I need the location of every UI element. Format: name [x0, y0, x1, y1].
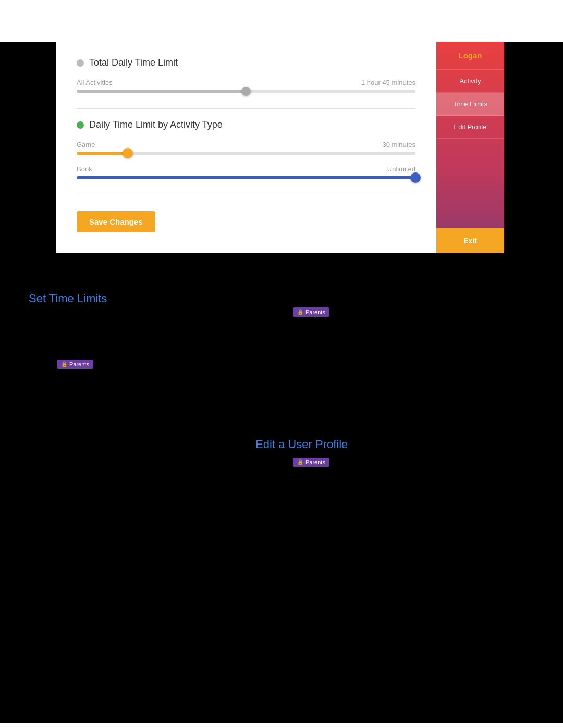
- lock-icon-1: 🔒: [297, 309, 303, 315]
- total-daily-section: Total Daily Time Limit All Activities 1 …: [77, 57, 415, 93]
- book-slider-row: Book Unlimited: [77, 165, 415, 179]
- lock-icon-3: 🔒: [297, 459, 303, 465]
- game-slider[interactable]: [77, 152, 415, 155]
- game-slider-row: Game 30 minutes: [77, 141, 415, 155]
- total-daily-fill: [77, 90, 246, 93]
- footer: Samsung Kids Mode 22 Parental Controls: [0, 723, 563, 728]
- total-daily-indicator: [77, 59, 84, 67]
- divider-2: [77, 195, 415, 195]
- sidebar: Logan Activity Time Limits Edit Profile …: [436, 42, 504, 253]
- header-bar: [0, 21, 563, 42]
- book-label: Book: [77, 165, 92, 173]
- sidebar-item-time-limits[interactable]: Time Limits: [436, 93, 504, 116]
- parents-label-1: Parents: [305, 309, 325, 315]
- daily-by-type-title: Daily Time Limit by Activity Type: [77, 119, 415, 130]
- set-time-limits-title: Set Time Limits: [29, 292, 107, 305]
- top-bar: [0, 0, 563, 21]
- sidebar-item-edit-profile[interactable]: Edit Profile: [436, 116, 504, 139]
- book-fill: [77, 176, 415, 179]
- parents-badge-left[interactable]: 🔒 Parents: [57, 359, 93, 369]
- total-daily-slider-row: All Activities 1 hour 45 minutes: [77, 79, 415, 93]
- game-value: 30 minutes: [382, 141, 415, 149]
- parents-label-2: Parents: [69, 361, 89, 367]
- sidebar-user[interactable]: Logan: [436, 42, 504, 70]
- content-area: Total Daily Time Limit All Activities 1 …: [56, 42, 436, 253]
- book-thumb[interactable]: [410, 172, 421, 183]
- daily-by-type-section: Daily Time Limit by Activity Type Game 3…: [77, 119, 415, 179]
- total-daily-title: Total Daily Time Limit: [77, 57, 415, 68]
- game-thumb[interactable]: [123, 148, 133, 158]
- total-daily-right-label: 1 hour 45 minutes: [361, 79, 415, 87]
- total-daily-label: Total Daily Time Limit: [89, 57, 178, 68]
- divider-1: [77, 108, 415, 109]
- total-daily-thumb[interactable]: [241, 87, 251, 96]
- lock-icon-2: 🔒: [61, 361, 67, 367]
- daily-by-type-indicator: [77, 121, 84, 129]
- edit-user-profile-title: Edit a User Profile: [255, 438, 348, 451]
- total-daily-slider[interactable]: [77, 90, 415, 93]
- save-area: Save Changes: [77, 206, 415, 238]
- save-changes-button[interactable]: Save Changes: [77, 211, 155, 232]
- exit-button[interactable]: Exit: [436, 228, 504, 253]
- book-value: Unlimited: [387, 165, 415, 173]
- game-fill: [77, 152, 128, 155]
- parents-label-3: Parents: [305, 459, 325, 465]
- total-daily-left-label: All Activities: [77, 79, 113, 87]
- parents-badge-top[interactable]: 🔒 Parents: [293, 306, 329, 317]
- parents-badge-edit[interactable]: 🔒 Parents: [293, 456, 329, 467]
- sidebar-item-activity[interactable]: Activity: [436, 70, 504, 93]
- game-label: Game: [77, 141, 95, 149]
- app-panel: Total Daily Time Limit All Activities 1 …: [56, 42, 504, 253]
- book-slider[interactable]: [77, 176, 415, 179]
- daily-by-type-label: Daily Time Limit by Activity Type: [89, 119, 223, 130]
